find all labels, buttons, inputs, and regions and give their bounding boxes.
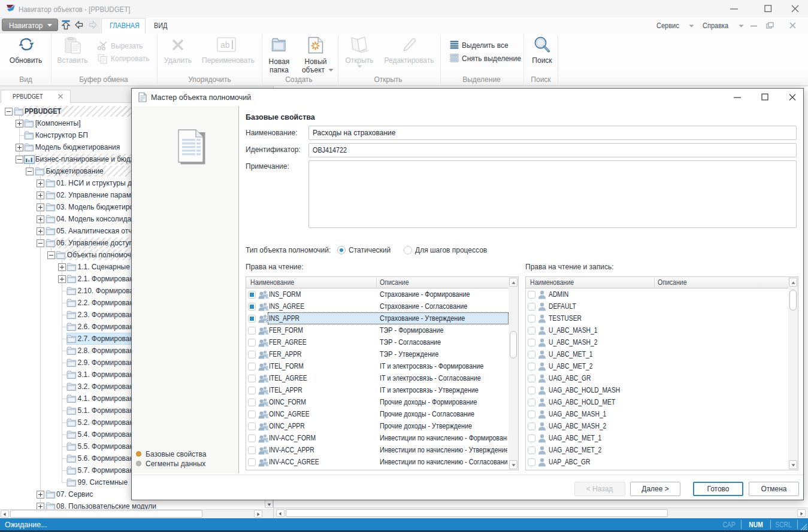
svg-text:ab: ab xyxy=(220,40,230,50)
